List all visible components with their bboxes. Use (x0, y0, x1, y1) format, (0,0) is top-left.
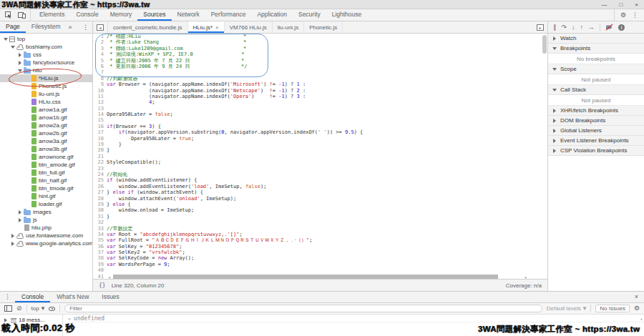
line-number[interactable]: 16 (93, 124, 107, 129)
step-out-icon[interactable]: ↑ (580, 24, 584, 31)
debugger-section-event-listener-breakpoints[interactable]: Event Listener Breakpoints (548, 136, 644, 146)
expander-icon[interactable] (17, 69, 23, 72)
debugger-section-global-listeners[interactable]: Global Listeners (548, 126, 644, 136)
devtools-tab-console[interactable]: Console (70, 9, 104, 21)
navigator-tab-page[interactable]: Page (0, 21, 26, 33)
debugger-section-dom-breakpoints[interactable]: DOM Breakpoints (548, 116, 644, 126)
pretty-print-icon[interactable]: {} (99, 282, 106, 289)
console-prompt-row[interactable]: › (63, 322, 644, 330)
debugger-section-watch[interactable]: Watch (548, 34, 644, 44)
navigator-tab-filesystem[interactable]: Filesystem (26, 21, 67, 33)
scroll-tabs-right-icon[interactable]: ▸ (533, 21, 547, 33)
close-icon[interactable]: × (635, 0, 638, 9)
line-number[interactable]: 17 (93, 129, 107, 135)
devtools-tab-lighthouse[interactable]: Lighthouse (326, 9, 368, 21)
line-number[interactable]: 10 (93, 88, 107, 94)
console-filter-input[interactable] (64, 305, 542, 312)
line-number[interactable]: 33 (93, 226, 107, 232)
line-number[interactable]: 8 (93, 76, 107, 81)
drawer-menu-icon[interactable]: ⋮ (0, 292, 15, 302)
tree-item-hliu-php[interactable]: hliu.php (0, 224, 92, 232)
minimize-icon[interactable]: — (601, 0, 607, 9)
code-editor[interactable]: 1/* 標題:HLiu *2 * 作者:Luke Chang *3 * 聯絡:L… (93, 34, 547, 279)
line-number[interactable]: 38 (93, 255, 107, 261)
debugger-section-xhr-fetch-breakpoints[interactable]: XHR/fetch Breakpoints (548, 106, 644, 116)
vertical-scroll-thumb[interactable] (542, 35, 547, 54)
expander-icon[interactable] (17, 210, 23, 214)
line-number[interactable]: 14 (93, 112, 107, 117)
editor-tab-hliu-js[interactable]: HLiu.js*× (188, 21, 225, 33)
devtools-menu-icon[interactable]: ⋮ (632, 12, 638, 19)
line-number[interactable]: 36 (93, 244, 107, 249)
tree-item-liu-uni-js[interactable]: liu-uni.js (0, 90, 92, 98)
tree-item-btn-half-gif[interactable]: btn_half.gif (0, 177, 92, 184)
close-tab-icon[interactable]: × (215, 24, 219, 31)
context-selector[interactable]: top ▾ (31, 305, 45, 312)
live-expression-eye-icon[interactable] (49, 307, 55, 311)
scroll-right-icon[interactable]: ▸ (525, 274, 527, 279)
console-messages-group[interactable]: 18 mess... (0, 316, 62, 324)
tree-item-use-fontawesome-com[interactable]: use.fontawesome.com (0, 232, 92, 239)
clear-console-icon[interactable]: ⊘ (16, 305, 22, 312)
issues-counter[interactable]: No Issues (595, 305, 630, 312)
tree-item-boshiamy-com[interactable]: boshiamy.com (0, 43, 92, 51)
line-number[interactable]: 3 (93, 46, 107, 51)
tree-item-arrow2a-gif[interactable]: arrow2a.gif (0, 122, 92, 129)
settings-gear-icon[interactable]: ⚙ (620, 12, 626, 19)
drawer-tab-what-s-new[interactable]: What's New (50, 292, 95, 302)
line-number[interactable]: 34 (93, 232, 107, 237)
devtools-tab-performance[interactable]: Performance (205, 9, 252, 21)
line-number[interactable]: 24 (93, 172, 107, 177)
toggle-navigator-icon[interactable]: ◂ (93, 21, 108, 33)
debugger-section-csp-violation-breakpoints[interactable]: CSP Violation Breakpoints (548, 146, 644, 156)
navigator-menu-icon[interactable]: ⋮ (79, 21, 92, 33)
step-into-icon[interactable]: ↓ (572, 24, 575, 31)
drawer-tab-issues[interactable]: Issues (95, 292, 126, 302)
tree-item-fancybox-source[interactable]: fancybox/source (0, 59, 92, 66)
console-result-row[interactable]: ◃ undefined (63, 315, 644, 322)
console-sidebar-toggle-icon[interactable] (4, 305, 12, 312)
line-number[interactable]: 12 (93, 99, 107, 105)
line-number[interactable]: 15 (93, 117, 107, 123)
line-number[interactable]: 31 (93, 214, 107, 219)
debugger-section-breakpoints[interactable]: Breakpoints (548, 44, 644, 54)
debugger-section-call-stack[interactable]: Call Stack (548, 85, 644, 95)
line-number[interactable]: 23 (93, 166, 107, 172)
line-number[interactable]: 11 (93, 94, 107, 99)
line-number[interactable]: 26 (93, 184, 107, 189)
tree-item-btn-tmode-gif[interactable]: btn_tmode.gif (0, 184, 92, 192)
line-number[interactable]: 18 (93, 136, 107, 142)
device-toolbar-icon[interactable] (17, 11, 26, 19)
line-number[interactable]: 39 (93, 262, 107, 267)
tree-item-arrow3a-gif[interactable]: arrow3a.gif (0, 137, 92, 145)
devtools-tab-sources[interactable]: Sources (137, 9, 171, 21)
tree-item-css[interactable]: css (0, 51, 92, 59)
step-over-icon[interactable]: ↷ (562, 24, 567, 31)
debugger-section-scope[interactable]: Scope (548, 64, 644, 74)
tree-item-arrow1a-gif[interactable]: arrow1a.gif (0, 106, 92, 114)
tree-item-loader-gif[interactable]: loader.gif (0, 200, 92, 208)
line-number[interactable]: 5 (93, 58, 107, 64)
tree-item-arrow3b-gif[interactable]: arrow3b.gif (0, 145, 92, 153)
line-number[interactable]: 21 (93, 154, 107, 159)
expander-icon[interactable] (10, 234, 16, 238)
line-number[interactable]: 20 (93, 147, 107, 153)
tree-item-top[interactable]: top (0, 35, 92, 43)
tree-item-btn-amode-gif[interactable]: btn_amode.gif (0, 161, 92, 169)
expander-icon[interactable] (17, 53, 23, 57)
line-number[interactable]: 27 (93, 189, 107, 195)
console-settings-gear-icon[interactable]: ⚙ (634, 305, 640, 312)
close-drawer-icon[interactable]: × (629, 292, 644, 302)
line-number[interactable]: 1 (93, 34, 107, 39)
horizontal-scroll-thumb[interactable] (113, 275, 499, 279)
tree-item-js[interactable]: js (0, 216, 92, 224)
line-number[interactable]: 7 (93, 69, 107, 75)
line-number[interactable]: 19 (93, 142, 107, 147)
line-number[interactable]: 40 (93, 267, 107, 273)
editor-tab-content-cosmetic-bundle-js[interactable]: content_cosmetic.bundle.js (108, 21, 188, 33)
tree-item-phonetic-js[interactable]: Phonetic.js (0, 82, 92, 90)
line-number[interactable]: 25 (93, 177, 107, 183)
pause-on-exceptions-icon[interactable]: ∥ (618, 24, 625, 31)
inspect-element-icon[interactable] (4, 11, 13, 19)
line-number[interactable]: 32 (93, 219, 107, 225)
